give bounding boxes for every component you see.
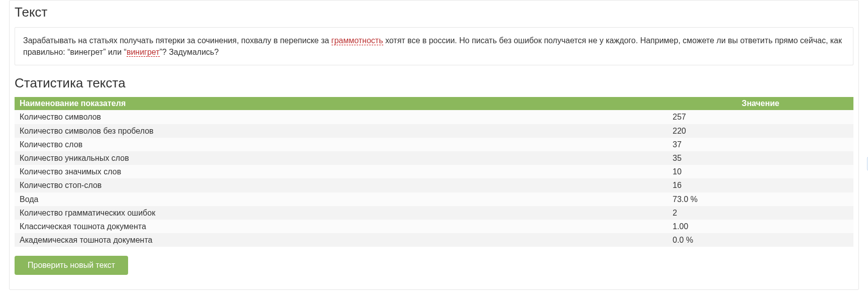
spelling-error[interactable]: граммотность — [332, 36, 383, 45]
spelling-error[interactable]: винигрет — [127, 48, 160, 57]
metric-value: 10 — [668, 165, 853, 178]
table-row: Академическая тошнота документа0.0 % — [15, 233, 853, 247]
metric-value: 16 — [668, 178, 853, 192]
metric-name: Вода — [15, 192, 668, 206]
metric-value: 1.00 — [668, 220, 853, 233]
col-value-header: Значение — [668, 97, 853, 110]
check-new-text-button[interactable]: Проверить новый текст — [15, 256, 128, 275]
table-row: Количество стоп-слов16 — [15, 178, 853, 192]
table-row: Количество уникальных слов35 — [15, 151, 853, 165]
table-row: Количество слов37 — [15, 138, 853, 151]
stats-heading: Статистика текста — [15, 75, 853, 91]
table-row: Количество символов257 — [15, 110, 853, 124]
text-fragment: ”? Задумались? — [160, 48, 219, 56]
table-row: Количество значимых слов10 — [15, 165, 853, 178]
metric-value: 220 — [668, 124, 853, 138]
metric-name: Академическая тошнота документа — [15, 233, 668, 247]
metric-name: Количество грамматических ошибок — [15, 206, 668, 220]
metric-name: Количество значимых слов — [15, 165, 668, 178]
table-row: Вода73.0 % — [15, 192, 853, 206]
metric-value: 35 — [668, 151, 853, 165]
content-card: Текст Зарабатывать на статьях получать п… — [9, 0, 859, 290]
metric-name: Классическая тошнота документа — [15, 220, 668, 233]
metric-name: Количество уникальных слов — [15, 151, 668, 165]
metric-value: 0.0 % — [668, 233, 853, 247]
metric-name: Количество слов — [15, 138, 668, 151]
metric-name: Количество символов — [15, 110, 668, 124]
stats-table: Наименование показателя Значение Количес… — [15, 97, 853, 247]
col-name-header: Наименование показателя — [15, 97, 668, 110]
metric-name: Количество стоп-слов — [15, 178, 668, 192]
metric-value: 257 — [668, 110, 853, 124]
metric-name: Количество символов без пробелов — [15, 124, 668, 138]
analyzed-text: Зарабатывать на статьях получать пятерки… — [15, 27, 853, 65]
metric-value: 73.0 % — [668, 192, 853, 206]
table-row: Количество символов без пробелов220 — [15, 124, 853, 138]
metric-value: 2 — [668, 206, 853, 220]
table-row: Количество грамматических ошибок2 — [15, 206, 853, 220]
text-heading: Текст — [15, 5, 853, 20]
metric-value: 37 — [668, 138, 853, 151]
text-fragment: Зарабатывать на статьях получать пятерки… — [23, 36, 332, 45]
table-row: Классическая тошнота документа1.00 — [15, 220, 853, 233]
